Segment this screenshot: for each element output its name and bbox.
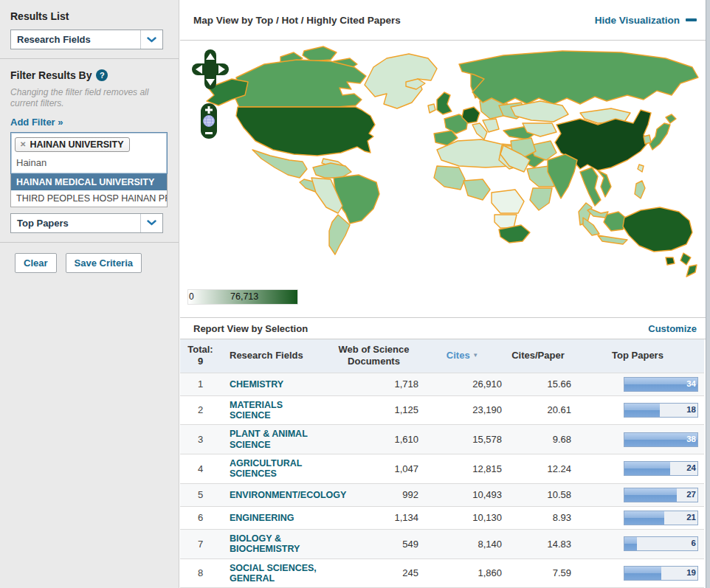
table-row: 4 AGRICULTURAL SCIENCES 1,047 12,815 12.… [180, 454, 704, 484]
legend-min-value: 0 [189, 291, 194, 302]
row-field-link[interactable]: CHEMISTRY [230, 379, 283, 390]
report-view-title: Report View by Selection [193, 323, 308, 334]
hide-visualization-label: Hide Visualization [595, 15, 680, 26]
map-view-header: Map View by Top / Hot / Highly Cited Pap… [180, 0, 710, 41]
top-papers-bar-fill [624, 404, 660, 417]
row-docs: 1,047 [328, 454, 420, 484]
row-cites: 12,815 [420, 454, 505, 484]
row-cites-per-paper: 12.24 [505, 454, 571, 484]
table-row: 5 ENVIRONMENT/ECOLOGY 992 10,493 10.58 2… [180, 483, 704, 506]
row-rank: 4 [180, 454, 221, 484]
row-cites: 23,190 [420, 395, 505, 425]
row-field-link[interactable]: ENGINEERING [230, 513, 294, 523]
row-field-link[interactable]: SOCIAL SCIENCES, GENERAL [230, 563, 325, 584]
table-row: 3 PLANT & ANIMAL SCIENCE 1,610 15,578 9.… [180, 425, 704, 454]
row-field-link[interactable]: AGRICULTURAL SCIENCES [230, 458, 325, 480]
top-papers-bar: 24 [624, 461, 698, 476]
row-field-link[interactable]: ENVIRONMENT/ECOLOGY [230, 490, 346, 500]
metric-selected-value: Top Papers [11, 214, 140, 232]
main-panel: Map View by Top / Hot / Highly Cited Pap… [180, 0, 710, 588]
map-zoom-control[interactable] [200, 103, 218, 139]
top-papers-bar-fill [624, 511, 664, 525]
row-cites-per-paper: 9.68 [505, 425, 571, 454]
suggestion-item[interactable]: THIRD PEOPLES HOSP HAINAN PROV [11, 190, 167, 207]
hide-visualization-link[interactable]: Hide Visualization [595, 15, 697, 26]
row-rank: 5 [180, 483, 221, 506]
table-row: 7 BIOLOGY & BIOCHEMISTRY 549 8,140 14.83… [180, 529, 704, 558]
sort-descending-icon: ▼ [472, 352, 478, 359]
row-docs: 549 [328, 529, 420, 558]
row-cites: 10,493 [420, 483, 505, 506]
collapse-minus-icon [686, 18, 697, 21]
top-papers-bar: 19 [624, 566, 698, 581]
world-map[interactable]: 0 76,713 [180, 41, 710, 317]
top-papers-bar-value: 6 [692, 539, 696, 547]
filter-typed-query[interactable]: Hainan [15, 152, 163, 172]
add-filter-link[interactable]: Add Filter » [10, 117, 63, 128]
results-list-select[interactable]: Research Fields [10, 30, 163, 49]
globe-icon [204, 116, 215, 127]
top-papers-bar: 34 [624, 377, 698, 392]
top-papers-bar: 38 [624, 432, 698, 447]
remove-tag-icon[interactable]: ✕ [20, 140, 26, 148]
top-papers-bar-value: 27 [686, 490, 696, 499]
clear-button[interactable]: Clear [15, 253, 57, 273]
column-wos-documents[interactable]: Web of ScienceDocuments [328, 339, 420, 373]
row-cites: 8,140 [420, 529, 505, 558]
row-cites: 15,578 [420, 425, 505, 454]
table-row: 2 MATERIALS SCIENCE 1,125 23,190 20.61 1… [180, 395, 704, 425]
suggestion-item[interactable]: HAINAN MEDICAL UNIVERSITY [11, 174, 167, 190]
report-table: Total:9 Research Fields Web of ScienceDo… [180, 339, 704, 588]
table-row: 1 CHEMISTRY 1,718 26,910 15.66 34 [180, 373, 704, 395]
row-cites: 10,130 [420, 506, 505, 529]
row-cites-per-paper: 14.83 [505, 529, 571, 558]
report-view-header: Report View by Selection Customize [180, 317, 710, 339]
table-row: 8 SOCIAL SCIENCES, GENERAL 245 1,860 7.5… [180, 558, 704, 588]
scrollbar-track[interactable] [706, 0, 710, 588]
filter-input[interactable]: ✕ HAINAN UNIVERSITY Hainan [10, 132, 168, 174]
row-rank: 3 [180, 425, 221, 454]
chevron-down-icon [140, 30, 162, 49]
row-cites: 1,860 [420, 558, 505, 588]
customize-link[interactable]: Customize [648, 323, 697, 334]
top-papers-bar: 6 [624, 536, 698, 551]
top-papers-bar: 21 [624, 511, 698, 525]
row-rank: 1 [180, 373, 221, 395]
choropleth-map-svg[interactable] [193, 42, 703, 287]
row-docs: 245 [328, 558, 420, 588]
row-field-link[interactable]: PLANT & ANIMAL SCIENCE [230, 429, 325, 450]
column-cites-sorted[interactable]: Cites ▼ [420, 339, 505, 373]
top-papers-bar-fill [624, 462, 670, 475]
results-list-label: Results List [10, 10, 168, 22]
report-table-body: 1 CHEMISTRY 1,718 26,910 15.66 34 2 MATE… [180, 373, 704, 588]
row-rank: 2 [180, 395, 221, 425]
save-criteria-button[interactable]: Save Criteria [66, 253, 142, 273]
help-icon[interactable]: ? [96, 69, 108, 81]
filter-suggestions: HAINAN MEDICAL UNIVERSITY THIRD PEOPLES … [10, 174, 168, 207]
row-cites-per-paper: 8.93 [505, 506, 571, 529]
results-list-section: Results List Research Fields [0, 0, 179, 58]
filter-section: Filter Results By ? Changing the filter … [0, 59, 179, 242]
top-papers-bar-value: 18 [686, 405, 696, 414]
zoom-out-icon [205, 132, 213, 134]
chevron-down-icon [140, 214, 162, 232]
top-papers-bar-value: 38 [686, 435, 696, 443]
row-rank: 6 [180, 506, 221, 529]
row-field-link[interactable]: BIOLOGY & BIOCHEMISTRY [230, 533, 325, 555]
top-papers-bar-value: 24 [686, 463, 696, 472]
row-docs: 1,610 [328, 425, 420, 454]
sidebar: Results List Research Fields Filter Resu… [0, 0, 179, 588]
column-cites-per-paper[interactable]: Cites/Paper [505, 339, 571, 373]
row-field-link[interactable]: MATERIALS SCIENCE [230, 400, 325, 421]
row-cites-per-paper: 15.66 [505, 373, 571, 395]
column-research-fields[interactable]: Research Fields [221, 339, 328, 373]
table-row: 6 ENGINEERING 1,134 10,130 8.93 21 [180, 506, 704, 529]
row-cites-per-paper: 20.61 [505, 395, 571, 425]
row-docs: 1,718 [328, 373, 420, 395]
row-docs: 1,125 [328, 395, 420, 425]
column-top-papers[interactable]: Top Papers [571, 339, 704, 373]
metric-select[interactable]: Top Papers [10, 213, 163, 233]
map-pan-control[interactable] [192, 49, 229, 89]
filter-tag: ✕ HAINAN UNIVERSITY [15, 137, 130, 152]
report-table-header-row: Total:9 Research Fields Web of ScienceDo… [180, 339, 704, 373]
